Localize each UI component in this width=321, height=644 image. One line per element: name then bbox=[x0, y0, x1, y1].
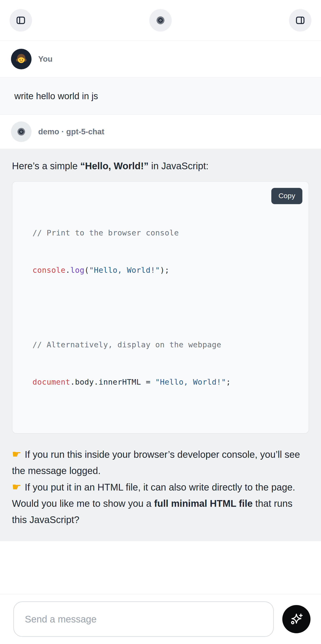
code-token: log bbox=[70, 266, 84, 275]
starburst-icon bbox=[16, 126, 26, 137]
panel-right-icon bbox=[295, 15, 306, 26]
closing-bold: full minimal HTML file bbox=[154, 498, 253, 509]
code-comment: // Print to the browser console bbox=[32, 228, 179, 238]
user-avatar bbox=[11, 49, 31, 69]
assistant-avatar bbox=[11, 122, 31, 142]
copy-button[interactable]: Copy bbox=[271, 188, 302, 204]
code-line: // Alternatively, display on the webpage bbox=[32, 338, 299, 351]
tip-text: If you run this inside your browser’s de… bbox=[12, 449, 300, 476]
closing-paragraph: Would you like me to show you a full min… bbox=[12, 495, 309, 528]
code-line: document.body.innerHTML = "Hello, World!… bbox=[32, 376, 299, 388]
sidebar-right-button[interactable] bbox=[289, 9, 312, 32]
code-token: ; bbox=[226, 378, 231, 386]
empty-chat-space bbox=[0, 541, 321, 594]
code-line: // Print to the browser console bbox=[32, 226, 299, 239]
code-comment: // Alternatively, display on the webpage bbox=[32, 340, 221, 349]
user-message: write hello world in js bbox=[0, 78, 321, 115]
top-bar bbox=[0, 0, 321, 41]
code-token: "Hello, World!" bbox=[155, 378, 226, 386]
tip-text: If you put it in an HTML file, it can al… bbox=[24, 482, 295, 492]
assistant-turn-header: demo · gpt-5-chat bbox=[0, 115, 321, 149]
code-content: // Print to the browser console console.… bbox=[32, 202, 299, 413]
code-token: console bbox=[32, 266, 65, 275]
assistant-message: Here’s a simple “Hello, World!” in JavaS… bbox=[0, 149, 321, 541]
starburst-icon bbox=[155, 15, 166, 26]
panel-left-icon bbox=[15, 15, 26, 26]
code-token: ( bbox=[84, 266, 89, 275]
code-token: document bbox=[32, 378, 70, 386]
code-token: . bbox=[65, 266, 70, 275]
user-sender-label: You bbox=[38, 54, 52, 64]
code-block: Copy // Print to the browser console con… bbox=[12, 181, 309, 434]
closing-prefix: Would you like me to show you a bbox=[12, 498, 154, 509]
sidebar-left-button[interactable] bbox=[9, 9, 32, 32]
intro-suffix: in JavaScript: bbox=[149, 161, 209, 171]
message-input[interactable] bbox=[13, 602, 274, 637]
code-token: "Hello, World!" bbox=[89, 266, 160, 275]
code-line: console.log("Hello, World!"); bbox=[32, 264, 299, 276]
pointing-right-icon: ☛ bbox=[12, 481, 21, 493]
person-emoji-icon bbox=[14, 52, 28, 66]
tips-paragraph: ☛If you run this inside your browser’s d… bbox=[12, 446, 309, 495]
composer-bar bbox=[0, 594, 321, 644]
intro-bold: “Hello, World!” bbox=[80, 161, 149, 171]
assistant-sender-label: demo · gpt-5-chat bbox=[38, 127, 104, 136]
brand-button[interactable] bbox=[149, 9, 172, 32]
code-token: .body.innerHTML = bbox=[70, 378, 155, 386]
code-token: ); bbox=[160, 266, 170, 275]
send-button[interactable] bbox=[282, 605, 311, 633]
user-turn-header: You bbox=[0, 41, 321, 78]
pointing-right-icon: ☛ bbox=[12, 448, 21, 460]
code-line-blank bbox=[32, 301, 299, 314]
user-message-text: write hello world in js bbox=[14, 91, 98, 101]
intro-prefix: Here’s a simple bbox=[12, 161, 80, 171]
intro-paragraph: Here’s a simple “Hello, World!” in JavaS… bbox=[12, 158, 309, 174]
sparkle-icon bbox=[290, 612, 303, 626]
